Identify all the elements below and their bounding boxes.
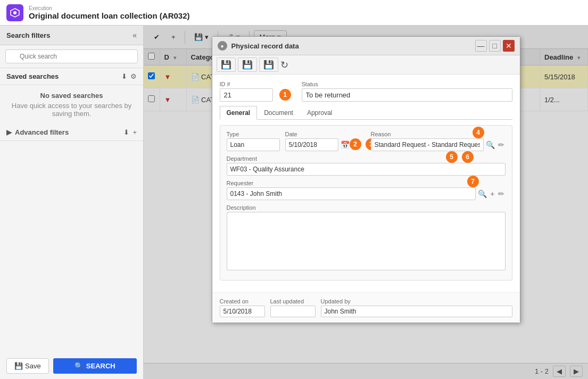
id-input[interactable] [220,88,273,102]
saved-searches-title: Saved searches [6,72,59,80]
date-label: Date [285,131,360,137]
modal-controls: — □ ✕ [475,40,515,52]
tab-approval[interactable]: Approval [300,106,339,119]
add-requester-icon[interactable]: + [489,190,495,198]
advanced-filters[interactable]: ▶ Advanced filters ⬇ + [0,124,143,141]
reason-label: Reason [371,131,506,137]
status-label: Status [302,81,512,87]
reason-wrapper: 🔍 ✏ [371,138,506,151]
badge-5: 5 [446,151,458,163]
modal-toolbar: 💾 💾 💾 ↻ [212,55,520,75]
content-area: ✔ + 💾 ▾ 🖨 ▾ More ▾ [144,26,588,379]
minimize-button[interactable]: — [475,40,487,52]
badge-4: 4 [473,127,484,138]
quick-search-container: 🔍 [0,45,143,68]
created-input[interactable] [220,306,265,317]
save-button[interactable]: 💾 Save [6,358,49,374]
download-filter-icon[interactable]: ⬇ [123,128,129,136]
date-input[interactable] [285,138,338,151]
app-subtitle: Execution [29,5,190,11]
add-filter-icon[interactable]: + [132,128,137,136]
advanced-filters-left: ▶ Advanced filters [6,128,69,136]
advanced-filters-label: Advanced filters [15,128,69,136]
no-saved-searches: No saved searches Have quick access to y… [0,85,143,124]
last-updated-input[interactable] [270,306,316,317]
status-field-group: Status [302,81,512,102]
dept-row: Department 5 6 [227,155,506,176]
type-col: Type [227,131,280,151]
type-date-reason-row: Type Date 📅 ✕ [227,131,506,151]
app-title: Original document loan collection (AR032… [29,11,190,20]
search-requester-icon[interactable]: 🔍 [477,190,488,198]
svg-point-1 [13,11,16,14]
search-btn-label: SEARCH [86,362,115,370]
modal-overlay: ● Physical record data — □ ✕ 💾 💾 💾 ↻ [144,26,588,379]
download-icon[interactable]: ⬇ [121,72,127,80]
modal-title-icon: ● [218,41,227,51]
id-field-group: ID # [220,81,273,102]
no-saved-desc: Have quick access to your searches by sa… [6,102,137,118]
chevron-right-icon: ▶ [6,128,12,136]
modal-save-btn3[interactable]: 💾 [259,57,278,72]
type-input[interactable] [227,138,280,151]
quick-search-input[interactable] [5,50,138,63]
app-title-block: Execution Original document loan collect… [29,5,190,20]
last-updated-label: Last updated [270,298,316,304]
sidebar: Search filters « 🔍 Saved searches ⬇ ⚙ No… [0,26,144,379]
saved-searches-icons: ⬇ ⚙ [121,72,137,80]
status-input[interactable] [302,88,512,102]
app-icon [6,4,23,21]
advanced-filters-icons: ⬇ + [123,128,137,136]
footer-row: Created on Last updated Updated by [220,298,512,317]
form-section: Type Date 📅 ✕ [220,125,512,281]
created-on-field: Created on [220,298,265,317]
requester-input[interactable] [227,187,476,200]
physical-record-modal: ● Physical record data — □ ✕ 💾 💾 💾 ↻ [212,36,520,323]
maximize-button[interactable]: □ [489,40,501,52]
search-filters-header: Search filters « [0,26,143,45]
saved-searches-header: Saved searches ⬇ ⚙ [0,68,143,85]
search-btn-icon: 🔍 [74,362,83,370]
desc-label: Description [227,204,506,211]
search-box-wrapper: 🔍 [5,50,138,63]
dept-input[interactable] [227,163,506,176]
tab-general[interactable]: General [220,106,258,120]
requester-label: Requester [227,180,506,186]
search-button[interactable]: 🔍 SEARCH [53,358,137,374]
sidebar-collapse-button[interactable]: « [132,31,137,39]
requester-wrapper: 🔍 + ✏ [227,187,506,200]
tab-document[interactable]: Document [257,106,300,119]
modal-titlebar: ● Physical record data — □ ✕ [212,37,520,55]
modal-body: ID # 1 Status Gene [212,75,520,292]
badge-7: 7 [467,176,479,187]
updated-by-label: Updated by [321,298,512,304]
settings-icon[interactable]: ⚙ [130,72,137,80]
date-col: Date 📅 ✕ [285,131,360,151]
modal-save-btn2[interactable]: 💾 [238,57,257,72]
updated-by-input[interactable] [321,306,512,317]
no-saved-title: No saved searches [6,92,137,100]
save-label: Save [25,362,41,370]
search-filters-title: Search filters [6,31,50,39]
modal-refresh-button[interactable]: ↻ [280,59,288,71]
type-label: Type [227,131,280,137]
id-status-row: ID # 1 Status [220,81,512,102]
calendar-icon[interactable]: 📅 [339,141,351,149]
modal-tabs: General Document Approval [220,106,512,120]
modal-save-btn1[interactable]: 💾 [217,57,236,72]
requester-col: Requester 🔍 + ✏ 7 [227,180,506,200]
edit-reason-icon[interactable]: ✏ [497,141,506,149]
desc-col: Description [227,204,506,270]
desc-input[interactable] [227,212,506,270]
close-button[interactable]: ✕ [503,40,515,52]
badge-1: 1 [279,89,291,101]
desc-row: Description [227,204,506,270]
sidebar-bottom: 💾 Save 🔍 SEARCH [0,353,143,379]
search-reason-icon[interactable]: 🔍 [485,141,496,149]
reason-input[interactable] [371,138,484,151]
dept-col: Department 5 6 [227,155,506,176]
date-field-wrapper: 📅 ✕ [285,138,360,151]
edit-requester-icon[interactable]: ✏ [497,190,506,198]
modal-footer: Created on Last updated Updated by [212,292,520,323]
app-header: Execution Original document loan collect… [0,0,588,26]
